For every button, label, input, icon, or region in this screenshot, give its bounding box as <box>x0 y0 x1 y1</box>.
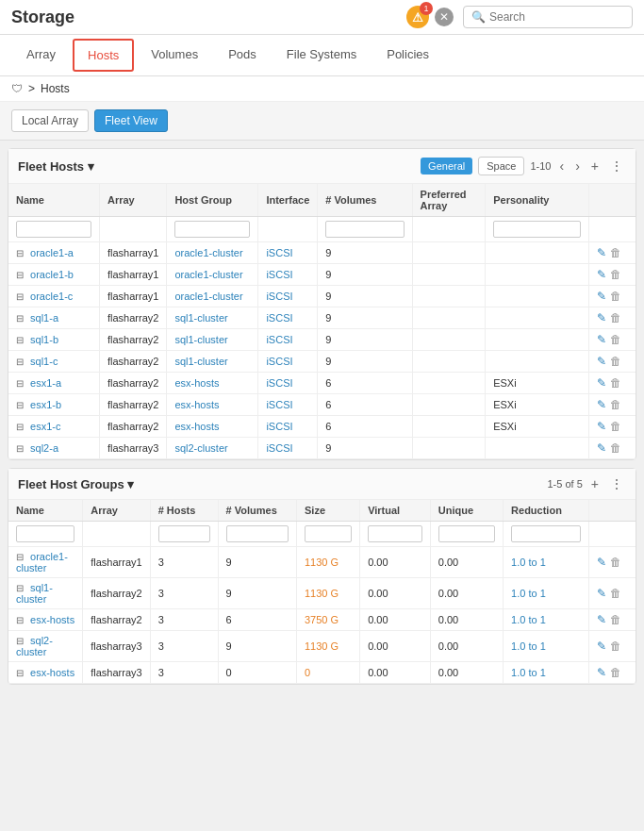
group-name-link[interactable]: oracle1-cluster <box>16 551 68 573</box>
hosts-add-button[interactable]: + <box>588 158 602 174</box>
host-edit-button[interactable]: ✎ <box>597 398 606 411</box>
host-group-link[interactable]: oracle1-cluster <box>174 247 242 258</box>
host-edit-button[interactable]: ✎ <box>597 420 606 433</box>
group-edit-button[interactable]: ✎ <box>597 587 606 600</box>
host-group-link[interactable]: esx-hosts <box>174 421 219 432</box>
filter-name-input[interactable] <box>16 221 91 238</box>
tab-filesystems[interactable]: File Systems <box>272 38 372 73</box>
tab-volumes[interactable]: Volumes <box>136 38 213 73</box>
host-delete-button[interactable]: 🗑 <box>610 290 621 303</box>
general-button[interactable]: General <box>421 158 472 175</box>
host-name-link[interactable]: sql1-b <box>30 334 58 345</box>
group-name-link[interactable]: esx-hosts <box>30 667 74 678</box>
gfilter-unique-input[interactable] <box>438 525 495 542</box>
hosts-more-button[interactable]: ⋮ <box>607 158 626 174</box>
host-name-link[interactable]: sql2-a <box>30 442 58 454</box>
host-name-link[interactable]: esx1-a <box>30 377 61 389</box>
gfilter-name-input[interactable] <box>16 525 74 542</box>
tab-pods[interactable]: Pods <box>213 38 272 73</box>
host-delete-button[interactable]: 🗑 <box>610 311 621 324</box>
host-edit-button[interactable]: ✎ <box>597 441 606 455</box>
gfilter-virtual-input[interactable] <box>368 525 422 542</box>
hosts-prev-button[interactable]: ‹ <box>556 158 567 174</box>
gfilter-volumes-input[interactable] <box>226 525 289 542</box>
host-edit-button[interactable]: ✎ <box>597 246 606 259</box>
fleet-view-button[interactable]: Fleet View <box>94 109 168 132</box>
table-row: ⊟ oracle1-b flasharray1 oracle1-cluster … <box>8 264 636 286</box>
gfilter-reduction-input[interactable] <box>511 525 580 542</box>
gfilter-hosts-input[interactable] <box>158 525 210 542</box>
tab-array[interactable]: Array <box>11 38 71 73</box>
host-edit-button[interactable]: ✎ <box>597 311 606 324</box>
host-edit-button[interactable]: ✎ <box>597 290 606 303</box>
host-preferred-cell <box>412 329 486 351</box>
gfilter-size-input[interactable] <box>305 525 352 542</box>
filter-volumes-input[interactable] <box>325 221 404 238</box>
group-delete-button[interactable]: 🗑 <box>610 666 621 679</box>
host-name-link[interactable]: oracle1-a <box>30 247 74 258</box>
host-group-link[interactable]: oracle1-cluster <box>174 291 242 302</box>
host-personality-cell <box>486 351 588 373</box>
search-input[interactable] <box>489 10 624 24</box>
host-group-link[interactable]: sql1-cluster <box>174 334 227 345</box>
tab-policies[interactable]: Policies <box>372 38 444 73</box>
host-edit-button[interactable]: ✎ <box>597 355 606 368</box>
host-group-link[interactable]: sql1-cluster <box>174 356 227 367</box>
host-delete-button[interactable]: 🗑 <box>610 246 621 259</box>
host-group-link[interactable]: oracle1-cluster <box>174 269 242 280</box>
group-delete-button[interactable]: 🗑 <box>610 556 621 569</box>
host-name-link[interactable]: esx1-c <box>30 421 60 432</box>
group-virtual-cell: 0.00 <box>360 578 431 609</box>
host-name-link[interactable]: esx1-b <box>30 399 61 410</box>
host-name-link[interactable]: oracle1-b <box>30 269 74 280</box>
groups-add-button[interactable]: + <box>588 476 602 491</box>
host-delete-button[interactable]: 🗑 <box>610 420 621 433</box>
host-delete-button[interactable]: 🗑 <box>610 398 621 411</box>
host-edit-button[interactable]: ✎ <box>597 268 606 281</box>
group-edit-button[interactable]: ✎ <box>597 666 606 679</box>
host-interface-cell: iSCSI <box>258 307 318 329</box>
groups-more-button[interactable]: ⋮ <box>607 476 626 491</box>
group-edit-button[interactable]: ✎ <box>597 556 606 569</box>
hosts-next-button[interactable]: › <box>572 158 583 174</box>
host-icon: ⊟ <box>16 378 24 389</box>
fleet-groups-expand[interactable]: ▾ <box>127 477 134 491</box>
host-group-link[interactable]: sql1-cluster <box>174 312 227 324</box>
host-name-link[interactable]: sql1-a <box>30 312 58 324</box>
host-delete-button[interactable]: 🗑 <box>610 268 621 281</box>
gcol-virtual-header: Virtual <box>360 500 431 522</box>
group-delete-button[interactable]: 🗑 <box>610 587 621 600</box>
host-group-link[interactable]: sql2-cluster <box>174 442 227 454</box>
host-delete-button[interactable]: 🗑 <box>610 333 621 346</box>
group-name-cell: ⊟ sql1-cluster <box>8 578 83 609</box>
host-name-link[interactable]: oracle1-c <box>30 291 73 302</box>
host-volumes-cell: 9 <box>318 242 412 264</box>
local-array-button[interactable]: Local Array <box>11 109 89 132</box>
space-button[interactable]: Space <box>478 157 524 175</box>
host-delete-button[interactable]: 🗑 <box>610 441 621 455</box>
group-delete-button[interactable]: 🗑 <box>610 640 621 653</box>
close-icon[interactable]: ✕ <box>435 8 454 26</box>
host-personality-cell <box>486 286 588 307</box>
host-interface-cell: iSCSI <box>258 286 318 307</box>
host-edit-button[interactable]: ✎ <box>597 333 606 346</box>
host-delete-button[interactable]: 🗑 <box>610 355 621 368</box>
tab-hosts[interactable]: Hosts <box>73 39 134 72</box>
host-group-link[interactable]: esx-hosts <box>174 377 219 389</box>
host-volumes-cell: 9 <box>318 438 412 459</box>
filter-hostgroup-input[interactable] <box>174 221 250 238</box>
host-group-cell: esx-hosts <box>167 373 258 394</box>
host-group-cell: oracle1-cluster <box>167 242 258 264</box>
host-group-link[interactable]: esx-hosts <box>174 399 219 410</box>
group-edit-button[interactable]: ✎ <box>597 613 606 626</box>
filter-personality-input[interactable] <box>493 221 580 238</box>
group-edit-button[interactable]: ✎ <box>597 640 606 653</box>
warning-icon-wrapper[interactable]: ⚠ 1 <box>406 6 429 28</box>
host-name-link[interactable]: sql1-c <box>30 356 58 367</box>
group-name-link[interactable]: esx-hosts <box>30 614 74 625</box>
host-actions-cell: ✎ 🗑 <box>588 351 636 373</box>
group-delete-button[interactable]: 🗑 <box>610 613 621 626</box>
host-edit-button[interactable]: ✎ <box>597 376 606 390</box>
fleet-hosts-expand[interactable]: ▾ <box>88 159 94 174</box>
host-delete-button[interactable]: 🗑 <box>610 376 621 390</box>
